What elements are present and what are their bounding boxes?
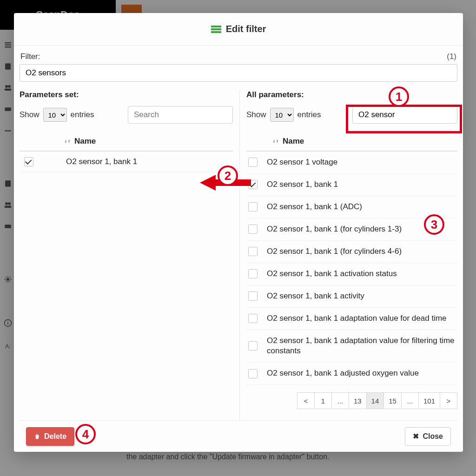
filter-icon	[211, 26, 221, 33]
right-page-size[interactable]: 10	[270, 108, 294, 122]
right-table-header[interactable]: Name	[246, 132, 457, 152]
row-label: O2 sensor 1, bank 1 adaptation value for…	[267, 336, 456, 357]
checkbox[interactable]	[248, 341, 258, 350]
table-row[interactable]: O2 sensor 1 voltage	[246, 152, 457, 174]
close-button[interactable]: ✖ Close	[405, 427, 451, 446]
close-icon: ✖	[413, 432, 419, 441]
sort-icon	[64, 138, 71, 145]
show-label: Show	[20, 110, 40, 119]
left-page-size[interactable]: 10	[43, 108, 67, 122]
checkbox[interactable]	[248, 225, 258, 234]
page-button: ...	[331, 392, 349, 409]
annotation-highlight-1	[346, 105, 462, 133]
trash-icon	[34, 433, 40, 440]
checkbox[interactable]	[248, 269, 258, 278]
annotation-2: 2	[218, 165, 238, 186]
left-search-input[interactable]	[128, 106, 233, 124]
table-row[interactable]: O2 sensor 1, bank 1 (for cylinders 4-6)	[246, 241, 457, 263]
row-label: O2 sensor 1, bank 1 activity	[267, 291, 364, 302]
sort-icon	[272, 138, 279, 145]
modal-header: Edit filter	[14, 13, 463, 46]
page-button[interactable]: 15	[383, 392, 402, 409]
pagination: <1...131415...101>	[298, 392, 457, 409]
table-row[interactable]: O2 sensor 1, bank 1	[246, 174, 457, 196]
table-row[interactable]: O2 sensor 1, bank 1 adjusted oxygen valu…	[246, 363, 457, 385]
table-row[interactable]: O2 sensor 1, bank 1 activation status	[246, 263, 457, 285]
annotation-3: 3	[424, 214, 444, 235]
row-label: O2 sensor 1, bank 1 (ADC)	[267, 202, 362, 212]
row-label: O2 sensor 1, bank 1 (for cylinders 1-3)	[267, 224, 402, 235]
row-label: O2 sensor 1, bank 1	[267, 179, 338, 190]
modal-title: Edit filter	[226, 24, 266, 34]
table-row[interactable]: O2 sensor 1, bank 1 (ADC)	[246, 196, 457, 218]
entries-label: entries	[298, 110, 321, 119]
row-label: O2 sensor 1, bank 1 adjusted oxygen valu…	[267, 368, 419, 379]
checkbox[interactable]	[248, 291, 258, 301]
edit-filter-modal: Edit filter Filter: (1) Parameters set: …	[14, 13, 463, 452]
checkbox[interactable]	[24, 157, 33, 166]
delete-label: Delete	[44, 432, 66, 441]
name-header: Name	[283, 137, 304, 146]
page-button[interactable]: 13	[349, 392, 367, 409]
page-button[interactable]: 14	[366, 392, 384, 409]
left-table-header[interactable]: Name	[20, 132, 233, 152]
checkbox[interactable]	[248, 158, 258, 167]
table-row[interactable]: O2 sensor 1, bank 1 adaptation value for…	[246, 330, 457, 363]
entries-label: entries	[71, 110, 94, 119]
filter-count: (1)	[447, 52, 456, 61]
checkbox[interactable]	[248, 314, 258, 323]
table-row[interactable]: O2 sensor 1, bank 1 activity	[246, 285, 457, 308]
page-button[interactable]: >	[440, 392, 457, 409]
page-button[interactable]: 101	[418, 392, 440, 409]
row-label: O2 sensor 1, bank 1	[66, 157, 137, 166]
table-row[interactable]: O2 sensor 1, bank 1	[20, 152, 233, 172]
page-button: ...	[401, 392, 419, 409]
table-row[interactable]: O2 sensor 1, bank 1 adaptation value for…	[246, 308, 457, 330]
right-title: All parameters:	[246, 90, 457, 99]
left-title: Parameters set:	[20, 90, 233, 99]
checkbox[interactable]	[248, 369, 258, 378]
checkbox[interactable]	[248, 202, 258, 212]
name-header: Name	[74, 137, 96, 146]
close-label: Close	[423, 432, 443, 441]
row-label: O2 sensor 1 voltage	[267, 157, 337, 168]
row-label: O2 sensor 1, bank 1 adaptation value for…	[267, 313, 447, 324]
filter-name-input[interactable]	[20, 64, 457, 82]
row-label: O2 sensor 1, bank 1 activation status	[267, 269, 397, 279]
page-button[interactable]: 1	[314, 392, 332, 409]
delete-button[interactable]: Delete	[26, 427, 74, 446]
annotation-4: 4	[75, 424, 96, 444]
filter-label: Filter:	[20, 52, 40, 61]
checkbox[interactable]	[248, 247, 258, 256]
row-label: O2 sensor 1, bank 1 (for cylinders 4-6)	[267, 246, 402, 257]
page-button[interactable]: <	[297, 392, 315, 409]
show-label: Show	[246, 110, 266, 119]
annotation-1: 1	[389, 86, 409, 107]
